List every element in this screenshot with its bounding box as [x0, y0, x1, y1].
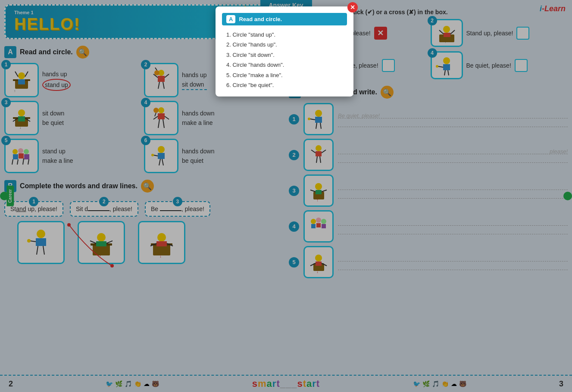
modal-answer-3: 3. Circle "sit down".: [226, 50, 347, 60]
modal-answer-1: 1. Circle "stand up".: [226, 30, 347, 40]
modal-answer-5: 5. Circle "make a line".: [226, 70, 347, 80]
modal: ✕ A Read and circle. 1. Circle "stand up…: [216, 6, 353, 96]
modal-answer-4: 4. Circle "hands down".: [226, 60, 347, 70]
modal-title: Read and circle.: [239, 16, 282, 22]
modal-overlay[interactable]: ✕ A Read and circle. 1. Circle "stand up…: [0, 0, 572, 392]
page-container: Answer Key Theme 1 HELLO! A Read and cir…: [0, 0, 572, 392]
modal-close-button[interactable]: ✕: [347, 2, 358, 12]
modal-title-bar: A Read and circle.: [222, 13, 347, 25]
modal-content: 1. Circle "stand up". 2. Circle "hands u…: [222, 30, 347, 90]
modal-answer-2: 2. Circle "hands up".: [226, 40, 347, 50]
modal-badge: A: [226, 15, 235, 23]
modal-answer-6: 6. Circle "be quiet".: [226, 80, 347, 90]
